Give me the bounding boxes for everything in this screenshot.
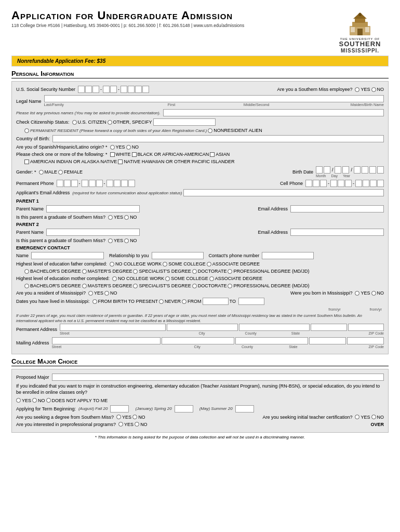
mother-masters[interactable]: MASTER'S DEGREE	[82, 283, 132, 288]
father-assoc[interactable]: ASSOCIATE DEGREE	[207, 261, 260, 267]
perm-state-input[interactable]	[311, 324, 346, 331]
mail-state-input[interactable]	[309, 337, 346, 344]
prepro-yes[interactable]: YES	[118, 422, 134, 427]
proposed-major-row: Proposed Major	[16, 374, 384, 381]
race-aian[interactable]: AMERICAN INDIAN OR ALASKA NATIVE	[24, 159, 117, 164]
mother-specialist[interactable]: SPECIALIST'S DEGREE	[133, 283, 191, 288]
citizen-nonresident[interactable]: NONRESIDENT ALIEN	[208, 128, 262, 133]
race-nhopi[interactable]: NATIVE HAWAIIAN OR OTHER PACIFIC ISLANDE…	[118, 159, 234, 164]
race-white[interactable]: WHITE	[110, 152, 131, 157]
phone-row: Permanent Phone - - Cell Phone - -	[16, 180, 384, 187]
from-date[interactable]: FROM	[182, 299, 202, 304]
father-doctorate[interactable]: DOCTORATE	[192, 269, 227, 274]
birth-year-lbl: Year	[343, 174, 350, 178]
perm-city-input[interactable]	[167, 324, 238, 331]
ms-born-no[interactable]: NO	[371, 290, 384, 296]
hispanic-yes[interactable]: YES	[110, 144, 125, 150]
perm-zip-input[interactable]	[348, 324, 384, 331]
gender-row: Gender: * MALE FEMALE Birth Date / / Mon…	[16, 166, 384, 178]
citizen-us[interactable]: U.S. CITIZEN	[72, 119, 106, 125]
other-specify-input[interactable]	[153, 118, 216, 126]
father-no-college[interactable]: NO COLLEGE WORK	[110, 261, 162, 267]
employee-no[interactable]: NO	[371, 87, 384, 92]
legal-name-input[interactable]	[44, 95, 384, 102]
emerg-name-input[interactable]	[31, 252, 104, 259]
spring-year-input[interactable]	[175, 405, 193, 413]
father-some-college[interactable]: SOME COLLEGE	[163, 261, 206, 267]
mother-bachelors[interactable]: BACHELOR'S DEGREE	[24, 283, 81, 288]
mother-doctorate[interactable]: DOCTORATE	[192, 283, 227, 288]
relationship-input[interactable]	[152, 252, 204, 259]
father-bachelors[interactable]: BACHELOR'S DEGREE	[24, 269, 81, 274]
employee-yes[interactable]: YES	[355, 87, 370, 92]
ms-born-yes[interactable]: YES	[355, 290, 370, 296]
hispanic-no[interactable]: NO	[126, 144, 139, 150]
degree-row: Are you seeking a degree from Southern M…	[16, 415, 384, 420]
teacher-cert-yes[interactable]: YES	[355, 415, 370, 420]
proposed-major-input[interactable]	[52, 374, 384, 381]
online-no[interactable]: NO	[32, 398, 45, 403]
fall-year-input[interactable]	[110, 405, 129, 413]
degree-no[interactable]: NO	[132, 415, 145, 420]
mail-city-input[interactable]	[162, 337, 234, 344]
mother-assoc[interactable]: ASSOCIATE DEGREE	[209, 276, 262, 281]
mother-some-college[interactable]: SOME COLLEGE	[165, 276, 208, 281]
never[interactable]: NEVER	[159, 299, 181, 304]
parent2-name-input[interactable]	[46, 229, 140, 236]
father-masters[interactable]: MASTER'S DEGREE	[82, 269, 132, 274]
mail-street-input[interactable]	[52, 337, 161, 344]
online-note: If you indicated that you want to major …	[16, 383, 384, 396]
prev-names-input[interactable]	[163, 109, 384, 116]
mail-city-lbl: City	[194, 345, 242, 349]
contact-phone-input[interactable]	[262, 252, 314, 259]
legal-name-label: Legal Name	[16, 99, 42, 104]
from-birth[interactable]: FROM BIRTH TO PRESENT	[92, 299, 158, 304]
parent1-email-input[interactable]	[290, 205, 384, 212]
parent2-yes[interactable]: YES	[108, 238, 123, 243]
parent2-email-input[interactable]	[290, 229, 384, 236]
edu-father-row2: BACHELOR'S DEGREE MASTER'S DEGREE SPECIA…	[16, 269, 384, 274]
race-asian[interactable]: ASIAN	[210, 152, 230, 157]
perm-street-input[interactable]	[60, 324, 166, 331]
gender-female[interactable]: FEMALE	[58, 169, 83, 175]
sub-last: Last/Family	[44, 102, 129, 107]
svg-point-4	[358, 13, 362, 16]
to-date-input[interactable]	[238, 298, 264, 305]
mail-zip-input[interactable]	[347, 337, 384, 344]
country-input[interactable]	[52, 135, 384, 142]
parent2-no[interactable]: NO	[124, 238, 137, 243]
race-black[interactable]: BLACK OR AFRICAN-AMERICAN	[132, 152, 209, 157]
race-label: Please check one or more of the followin…	[16, 152, 108, 157]
online-yes[interactable]: YES	[16, 398, 31, 403]
ssn-label: U.S. Social Security Number	[16, 87, 75, 92]
parent1-yes[interactable]: YES	[108, 215, 123, 220]
email-input[interactable]	[183, 189, 384, 196]
mother-professional[interactable]: PROFESSIONAL DEGREE (MD/JD)	[228, 283, 309, 288]
citizen-perm[interactable]: PERMANENT RESIDENT (Please forward a cop…	[24, 128, 207, 133]
preprofessional-row: Are you interested in preprofessional pr…	[16, 422, 384, 427]
father-specialist[interactable]: SPECIALIST'S DEGREE	[133, 269, 191, 274]
mail-county-input[interactable]	[235, 337, 308, 344]
birth-date-input[interactable]: / /	[316, 166, 384, 174]
ms-res-no[interactable]: NO	[104, 290, 117, 296]
parent1-no[interactable]: NO	[124, 215, 137, 220]
parent1-name-input[interactable]	[46, 205, 140, 212]
ms-res-yes[interactable]: YES	[88, 290, 103, 296]
teacher-cert-no[interactable]: NO	[371, 415, 384, 420]
ssn-input[interactable]: - -	[78, 86, 149, 93]
mother-no-college[interactable]: NO COLLEGE WORK	[112, 276, 164, 281]
degree-label: Are you seeking a degree from Southern M…	[16, 415, 114, 420]
perm-phone-input[interactable]: - -	[57, 180, 135, 187]
father-professional[interactable]: PROFESSIONAL DEGREE (MD/JD)	[228, 269, 309, 274]
addr-street-lbl: Street	[60, 331, 198, 335]
online-dna[interactable]: DOES NOT APPLY TO ME	[46, 398, 108, 403]
summer-year-input[interactable]	[235, 405, 254, 413]
from-date-input[interactable]	[203, 298, 229, 305]
citizen-other[interactable]: OTHER, SPECIFY	[108, 119, 152, 125]
degree-yes[interactable]: YES	[116, 415, 131, 420]
header-subtitle: 118 College Drive #5166 | Hattiesburg, M…	[11, 23, 331, 28]
perm-county-input[interactable]	[239, 324, 310, 331]
gender-male[interactable]: MALE	[39, 169, 58, 175]
prepro-no[interactable]: NO	[135, 422, 148, 427]
cell-phone-input[interactable]: - -	[305, 180, 384, 187]
